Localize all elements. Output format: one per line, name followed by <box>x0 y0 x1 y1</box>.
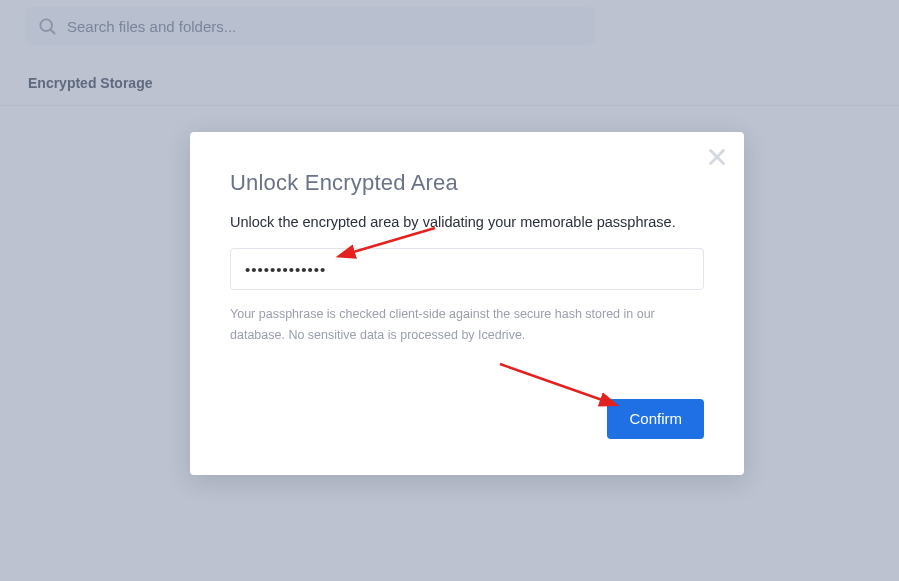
passphrase-input[interactable] <box>230 248 704 290</box>
modal-description: Unlock the encrypted area by validating … <box>230 214 704 230</box>
confirm-button[interactable]: Confirm <box>607 399 704 439</box>
svg-line-5 <box>500 364 605 401</box>
modal-hint: Your passphrase is checked client-side a… <box>230 304 704 347</box>
page-root: Encrypted Storage Unlock Encrypted Area … <box>0 0 899 581</box>
unlock-modal: Unlock Encrypted Area Unlock the encrypt… <box>190 132 744 475</box>
modal-title: Unlock Encrypted Area <box>230 170 704 196</box>
modal-actions: Confirm <box>230 399 704 439</box>
close-button[interactable] <box>706 146 728 168</box>
modal-overlay: Unlock Encrypted Area Unlock the encrypt… <box>0 0 899 581</box>
